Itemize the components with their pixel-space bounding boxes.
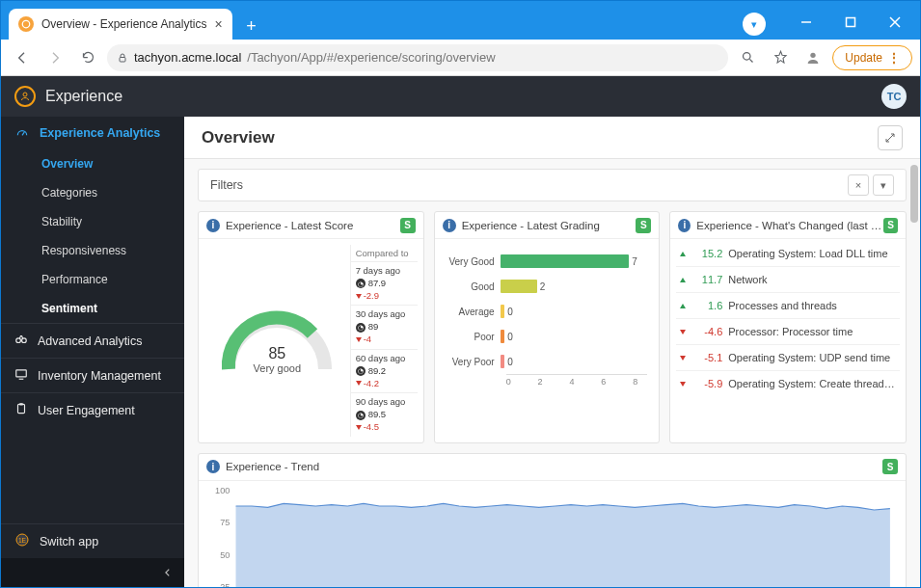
svg-text:75: 75: [220, 518, 230, 527]
caret-down-icon: [680, 382, 686, 387]
chart-bar-value: 0: [507, 357, 513, 367]
sidebar-item-label: Responsiveness: [41, 244, 126, 257]
filters-bar[interactable]: Filters × ▾: [198, 169, 907, 201]
sidebar-item-label: Advanced Analytics: [38, 334, 142, 348]
compare-delta: -4: [364, 334, 371, 346]
menu-dots-icon[interactable]: ⋮: [888, 51, 900, 65]
reload-button[interactable]: [74, 44, 101, 71]
compare-label: 90 days ago: [356, 396, 413, 409]
page-title: Overview: [202, 128, 275, 147]
score-badge: S: [636, 218, 651, 233]
close-window-button[interactable]: [874, 8, 916, 37]
compare-score: 89.5: [368, 409, 387, 421]
chart-bar: [501, 305, 505, 318]
chart-category-label: Very Good: [445, 256, 501, 267]
app-logo-icon: [14, 86, 36, 107]
tab-strip: Overview - Experience Analytics × +: [1, 1, 265, 40]
url-path: /Tachyon/App/#/experience/scoring/overvi…: [247, 50, 495, 65]
zoom-icon[interactable]: [734, 44, 761, 71]
minimize-button[interactable]: [785, 8, 827, 37]
back-button[interactable]: [9, 44, 36, 71]
info-icon[interactable]: i: [443, 219, 456, 232]
info-icon[interactable]: i: [206, 460, 220, 473]
browser-window: Overview - Experience Analytics × + ▾ ta…: [0, 0, 921, 588]
gauge-chart: 85 Very good: [204, 245, 350, 437]
avatar[interactable]: TC: [881, 84, 907, 109]
maximize-button[interactable]: [829, 8, 872, 37]
filters-dropdown-button[interactable]: ▾: [873, 174, 894, 196]
switch-app-button[interactable]: 1E Switch app: [1, 523, 184, 558]
svg-text:50: 50: [220, 549, 230, 559]
expand-button[interactable]: [878, 125, 903, 150]
caret-up-icon: [680, 278, 686, 282]
forward-button[interactable]: [41, 44, 68, 71]
sidebar-sub-responsiveness[interactable]: Responsiveness: [1, 236, 184, 265]
chart-bar-value: 7: [632, 256, 637, 267]
change-value: -5.1: [691, 352, 722, 363]
clear-filters-button[interactable]: ×: [848, 174, 869, 196]
sidebar-sub-performance[interactable]: Performance: [1, 265, 184, 294]
caret-down-icon: [356, 425, 362, 430]
compare-score: 89: [368, 321, 379, 334]
change-value: 1.6: [691, 300, 722, 311]
svg-rect-5: [120, 57, 125, 62]
compare-delta: -4.2: [364, 378, 379, 390]
sidebar-sub-stability[interactable]: Stability: [1, 207, 184, 236]
compare-label: 7 days ago: [356, 265, 413, 278]
scrollbar[interactable]: [910, 165, 918, 223]
svg-point-9: [23, 93, 27, 96]
chart-bar-row: Poor0: [445, 324, 648, 349]
url-input[interactable]: tachyon.acme.local/Tachyon/App/#/experie…: [107, 44, 728, 71]
svg-rect-16: [19, 403, 23, 405]
chart-bar: [501, 254, 630, 268]
chart-bar: [501, 330, 505, 343]
dial-icon: ◔: [356, 279, 366, 288]
change-row: -4.6Processor: Processor time: [676, 319, 900, 345]
chart-x-axis: 02468: [506, 374, 648, 387]
account-badge-icon[interactable]: ▾: [743, 13, 766, 36]
score-badge: S: [882, 459, 898, 474]
sidebar: Experience Analytics Overview Categories…: [1, 117, 184, 587]
window-controls: ▾: [743, 1, 920, 40]
sidebar-item-advanced-analytics[interactable]: Advanced Analytics: [1, 323, 184, 358]
monitor-icon: [14, 367, 28, 384]
info-icon[interactable]: i: [678, 219, 691, 232]
app: Experience TC Experience Analytics Overv…: [1, 76, 920, 587]
sidebar-item-experience-analytics[interactable]: Experience Analytics: [1, 117, 184, 149]
update-button[interactable]: Update⋮: [832, 45, 912, 70]
compare-label: 60 days ago: [356, 353, 413, 365]
svg-rect-2: [847, 18, 855, 27]
sidebar-sub-sentiment[interactable]: Sentiment: [1, 294, 184, 323]
sidebar-sub-categories[interactable]: Categories: [1, 178, 184, 207]
svg-text:25: 25: [220, 582, 230, 587]
bookmark-icon[interactable]: [767, 44, 794, 71]
collapse-sidebar-button[interactable]: [1, 558, 184, 587]
svg-rect-13: [16, 370, 27, 377]
sidebar-item-label: User Engagement: [38, 404, 135, 417]
lock-icon: [117, 52, 128, 64]
change-value: -4.6: [691, 326, 722, 337]
new-tab-button[interactable]: +: [238, 13, 265, 40]
info-icon[interactable]: i: [206, 219, 220, 232]
app-title: Experience: [45, 88, 122, 105]
change-name: Network: [728, 274, 896, 285]
close-tab-icon[interactable]: ×: [214, 16, 222, 32]
change-value: 11.7: [691, 274, 722, 285]
caret-down-icon: [356, 294, 362, 299]
card-title: Experience - Trend: [226, 461, 319, 472]
change-value: -5.9: [691, 378, 722, 389]
app-header: Experience TC: [1, 76, 920, 117]
caret-down-icon: [356, 381, 362, 386]
card-header: i Experience - Latest Grading S: [435, 212, 660, 239]
browser-tab[interactable]: Overview - Experience Analytics ×: [9, 9, 232, 40]
profile-icon[interactable]: [799, 44, 826, 71]
score-badge: S: [883, 218, 898, 233]
card-header: i Experience - What's Changed (last 7 d……: [670, 212, 906, 239]
content-area: Filters × ▾ i Experience - Latest Score: [184, 159, 920, 587]
sidebar-sub-overview[interactable]: Overview: [1, 149, 184, 178]
sidebar-item-user-engagement[interactable]: User Engagement: [1, 392, 184, 427]
gauge-icon: [14, 126, 30, 140]
chart-category-label: Average: [445, 307, 501, 317]
clipboard-icon: [14, 402, 28, 418]
sidebar-item-inventory-management[interactable]: Inventory Management: [1, 358, 184, 392]
